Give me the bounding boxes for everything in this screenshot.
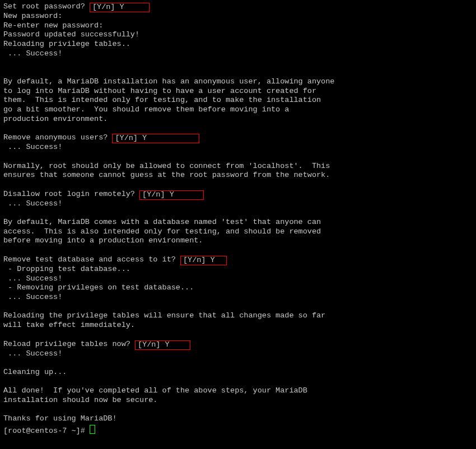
line-text: before moving into a production environm… bbox=[3, 236, 203, 245]
terminal-line bbox=[3, 377, 473, 387]
line-text: ... Success! bbox=[3, 274, 62, 283]
terminal-line bbox=[3, 180, 473, 190]
line-text: Reloading the privilege tables will ensu… bbox=[3, 311, 325, 320]
line-text: Remove anonymous users? bbox=[3, 133, 112, 142]
line-text: to log into MariaDB without having to ha… bbox=[3, 87, 316, 95]
terminal-line: access. This is also intended only for t… bbox=[3, 227, 473, 237]
terminal-line: production environment. bbox=[3, 115, 473, 124]
line-text: New password: bbox=[3, 12, 62, 20]
terminal-line: Password updated successfully! bbox=[3, 30, 473, 40]
line-text: By default, MariaDB comes with a databas… bbox=[3, 218, 321, 226]
line-text: All done! If you've completed all of the… bbox=[3, 386, 307, 395]
terminal-line bbox=[3, 59, 473, 68]
terminal-line: ... Success! bbox=[3, 49, 473, 59]
terminal-line: ... Success! bbox=[3, 143, 473, 152]
line-text: Thanks for using MariaDB! bbox=[3, 414, 117, 423]
terminal-line: ... Success! bbox=[3, 199, 473, 209]
line-text: ... Success! bbox=[3, 199, 62, 208]
terminal-line: Reloading the privilege tables will ensu… bbox=[3, 311, 473, 321]
terminal-line: installation should now be secure. bbox=[3, 396, 473, 405]
line-text: access. This is also intended only for t… bbox=[3, 227, 321, 236]
terminal-line: go a bit smoother. You should remove the… bbox=[3, 105, 473, 115]
line-text: - Removing privileges on test database..… bbox=[3, 283, 194, 292]
highlight-box: [Y/n] Y bbox=[180, 256, 227, 265]
terminal-line: Reloading privilege tables.. bbox=[3, 40, 473, 49]
line-text: them. This is intended only for testing,… bbox=[3, 96, 321, 104]
terminal-line: By default, MariaDB comes with a databas… bbox=[3, 218, 473, 227]
terminal-output[interactable]: Set root password? [Y/n] Y New password:… bbox=[0, 0, 476, 438]
terminal-line: By default, a MariaDB installation has a… bbox=[3, 77, 473, 87]
terminal-line bbox=[3, 330, 473, 340]
cursor-icon bbox=[90, 425, 95, 434]
line-text: Remove test database and access to it? bbox=[3, 255, 180, 264]
highlight-box: [Y/n] Y bbox=[139, 190, 204, 200]
line-text: Password updated successfully! bbox=[3, 30, 139, 39]
terminal-line: Cleaning up... bbox=[3, 368, 473, 377]
terminal-line: will take effect immediately. bbox=[3, 321, 473, 330]
terminal-line: Normally, root should only be allowed to… bbox=[3, 162, 473, 171]
line-text: ... Success! bbox=[3, 349, 62, 358]
line-text: ... Success! bbox=[3, 143, 62, 151]
highlight-box: [Y/n] Y bbox=[135, 340, 190, 350]
terminal-prompt-line[interactable]: [root@centos-7 ~]# bbox=[3, 424, 473, 436]
terminal-line: to log into MariaDB without having to ha… bbox=[3, 87, 473, 96]
line-text: Reload privilege tables now? bbox=[3, 340, 135, 348]
terminal-line bbox=[3, 152, 473, 162]
terminal-line: Remove test database and access to it? [… bbox=[3, 255, 473, 265]
line-text: - Dropping test database... bbox=[3, 265, 130, 273]
terminal-line: before moving into a production environm… bbox=[3, 236, 473, 246]
line-text: Disallow root login remotely? bbox=[3, 190, 139, 198]
terminal-line: ensures that someone cannot guess at the… bbox=[3, 171, 473, 180]
terminal-line: ... Success! bbox=[3, 293, 473, 302]
terminal-line: Disallow root login remotely? [Y/n] Y bbox=[3, 190, 473, 199]
terminal-line bbox=[3, 124, 473, 133]
terminal-line: them. This is intended only for testing,… bbox=[3, 96, 473, 105]
line-text: will take effect immediately. bbox=[3, 321, 135, 329]
terminal-line: ... Success! bbox=[3, 274, 473, 284]
terminal-line: Remove anonymous users? [Y/n] Y bbox=[3, 133, 473, 143]
highlight-box: [Y/n] Y bbox=[112, 134, 199, 143]
terminal-line: ... Success! bbox=[3, 349, 473, 359]
line-text: Re-enter new password: bbox=[3, 21, 103, 30]
terminal-line: Re-enter new password: bbox=[3, 21, 473, 31]
line-text: ... Success! bbox=[3, 293, 62, 301]
shell-prompt: [root@centos-7 ~]# bbox=[3, 427, 90, 435]
terminal-line bbox=[3, 302, 473, 312]
line-text: By default, a MariaDB installation has a… bbox=[3, 77, 334, 86]
terminal-line: Set root password? [Y/n] Y bbox=[3, 2, 473, 12]
highlight-box: [Y/n] Y bbox=[90, 3, 150, 12]
line-text: installation should now be secure. bbox=[3, 396, 157, 404]
terminal-line bbox=[3, 358, 473, 368]
line-text: Set root password? bbox=[3, 2, 90, 11]
line-text: Cleaning up... bbox=[3, 368, 67, 376]
terminal-line: Thanks for using MariaDB! bbox=[3, 414, 473, 424]
terminal-line: All done! If you've completed all of the… bbox=[3, 386, 473, 396]
line-text: go a bit smoother. You should remove the… bbox=[3, 105, 289, 114]
terminal-line bbox=[3, 208, 473, 218]
terminal-line bbox=[3, 246, 473, 255]
terminal-line bbox=[3, 68, 473, 77]
terminal-line: - Removing privileges on test database..… bbox=[3, 283, 473, 293]
line-text: ensures that someone cannot guess at the… bbox=[3, 171, 330, 179]
line-text: Reloading privilege tables.. bbox=[3, 40, 130, 48]
line-text: ... Success! bbox=[3, 49, 62, 58]
line-text: Normally, root should only be allowed to… bbox=[3, 162, 330, 170]
terminal-line bbox=[3, 405, 473, 415]
line-text: production environment. bbox=[3, 115, 108, 123]
terminal-line: - Dropping test database... bbox=[3, 265, 473, 274]
terminal-line: Reload privilege tables now? [Y/n] Y bbox=[3, 340, 473, 349]
terminal-line: New password: bbox=[3, 12, 473, 21]
